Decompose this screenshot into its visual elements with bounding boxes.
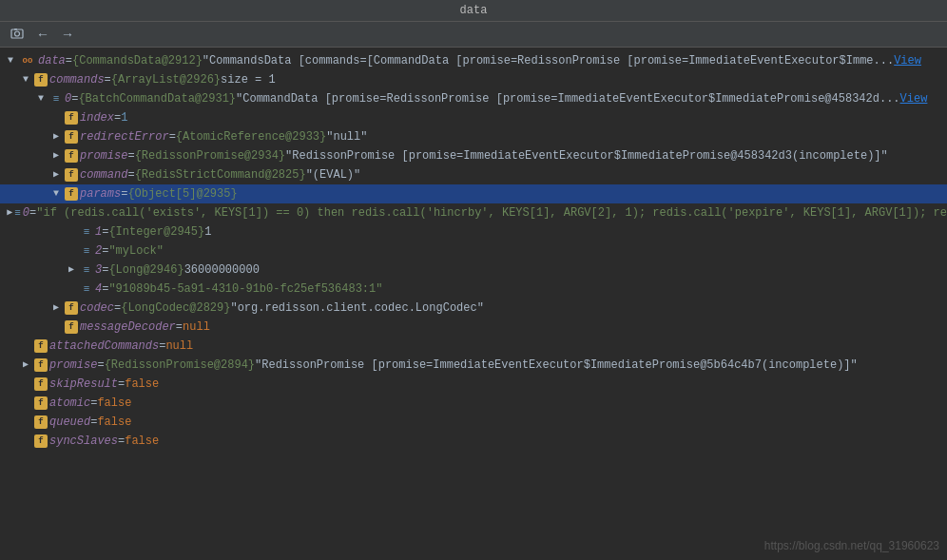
tree-row[interactable]: f promise = {RedissonPromise@2894} "Redi… bbox=[0, 356, 947, 375]
var-eq: = bbox=[159, 338, 165, 355]
field-icon: f bbox=[34, 415, 48, 429]
var-name: redirectError bbox=[80, 128, 169, 145]
var-eq: = bbox=[29, 204, 36, 222]
var-eq: = bbox=[90, 395, 97, 412]
var-ref: {AtomicReference@2933} bbox=[176, 128, 326, 145]
array-icon: ≡ bbox=[80, 225, 93, 239]
tree-indent bbox=[0, 90, 34, 107]
var-name: 0 bbox=[65, 90, 71, 107]
tree-toggle[interactable] bbox=[65, 261, 78, 279]
var-name: syncSlaves bbox=[49, 433, 118, 450]
tree-indent bbox=[0, 338, 19, 355]
tree-toggle[interactable] bbox=[49, 299, 63, 317]
tree-row[interactable]: f codec = {LongCodec@2829} "org.redisson… bbox=[0, 299, 947, 318]
field-icon: f bbox=[34, 396, 48, 410]
tree-row[interactable]: ≡ 2 = "myLock" bbox=[0, 241, 947, 261]
var-eq: = bbox=[102, 261, 108, 279]
var-ref: {ArrayList@2926} bbox=[111, 71, 221, 88]
tree-toggle[interactable] bbox=[34, 90, 48, 107]
var-ref: "if (redis.call('exists', KEYS[1]) == 0)… bbox=[36, 204, 947, 222]
watermark: https://blog.csdn.net/qq_31960623 bbox=[764, 539, 939, 552]
var-eq: = bbox=[118, 376, 125, 393]
var-name: codec bbox=[80, 299, 114, 317]
var-eq: = bbox=[114, 109, 121, 126]
var-name: command bbox=[80, 166, 127, 183]
tree-row[interactable]: ≡ 3 = {Long@2946} 36000000000 bbox=[0, 261, 947, 280]
var-desc: size = 1 bbox=[221, 71, 276, 88]
tree-toggle[interactable] bbox=[19, 71, 32, 88]
field-icon: f bbox=[34, 377, 48, 391]
toolbar: ← → bbox=[0, 22, 947, 48]
var-eq: = bbox=[127, 166, 134, 183]
tree-toggle[interactable] bbox=[49, 166, 63, 183]
var-desc: "CommandsData [commands=[CommandData [pr… bbox=[203, 52, 894, 69]
tree-row[interactable]: ≡ 1 = {Integer@2945} 1 bbox=[0, 222, 947, 241]
tree-row[interactable]: f params = {Object[5]@2935} bbox=[0, 184, 947, 203]
tree-indent bbox=[0, 357, 19, 374]
var-ref: {Long@2946} bbox=[108, 261, 184, 279]
var-ref: 1 bbox=[121, 109, 127, 126]
var-ref: false bbox=[125, 376, 159, 393]
window-title: data bbox=[460, 4, 488, 17]
back-nav-button[interactable]: ← bbox=[32, 25, 53, 44]
tree-row[interactable]: ≡ 0 = {BatchCommandData@2931} "CommandDa… bbox=[0, 89, 947, 108]
var-ref: {LongCodec@2829} bbox=[121, 299, 230, 317]
var-eq: = bbox=[66, 52, 72, 69]
tree-toggle[interactable] bbox=[49, 185, 63, 203]
tree-row[interactable]: f redirectError = {AtomicReference@2933}… bbox=[0, 127, 947, 146]
var-desc: "null" bbox=[326, 128, 367, 145]
tree-row[interactable]: f index = 1 bbox=[0, 108, 947, 127]
tree-indent bbox=[0, 414, 19, 431]
var-desc: "(EVAL)" bbox=[306, 166, 361, 183]
tree-indent bbox=[0, 433, 19, 450]
tree-row[interactable]: f atomic = false bbox=[0, 394, 947, 413]
view-link[interactable]: View bbox=[894, 52, 921, 69]
svg-rect-2 bbox=[14, 29, 17, 30]
var-eq: = bbox=[121, 185, 127, 203]
var-ref: {Integer@2945} bbox=[108, 223, 204, 241]
var-name: attachedCommands bbox=[49, 338, 159, 355]
var-eq: = bbox=[102, 242, 108, 260]
field-icon: f bbox=[65, 301, 78, 315]
svg-rect-0 bbox=[11, 29, 23, 38]
field-icon: f bbox=[65, 130, 78, 144]
var-name: commands bbox=[49, 71, 105, 88]
var-ref: null bbox=[165, 338, 193, 355]
tree-row[interactable]: ≡ 4 = "91089b45-5a91-4310-91b0-fc25ef536… bbox=[0, 280, 947, 299]
var-name: params bbox=[80, 185, 121, 203]
var-eq: = bbox=[102, 223, 108, 241]
var-ref: "myLock" bbox=[108, 242, 164, 260]
field-icon: f bbox=[65, 149, 78, 163]
var-name: 3 bbox=[95, 261, 102, 279]
tree-toggle[interactable] bbox=[49, 147, 63, 164]
tree-toggle[interactable] bbox=[7, 204, 12, 222]
view-link[interactable]: View bbox=[900, 90, 928, 107]
tree-toggle[interactable] bbox=[4, 52, 17, 69]
var-ref: false bbox=[97, 395, 131, 412]
tree-row[interactable]: f promise = {RedissonPromise@2934} "Redi… bbox=[0, 146, 947, 165]
var-eq: = bbox=[71, 90, 78, 107]
field-icon: f bbox=[34, 434, 48, 448]
tree-row[interactable]: f commands = {ArrayList@2926} size = 1 bbox=[0, 70, 947, 89]
var-ref: false bbox=[125, 433, 159, 450]
tree-row[interactable]: oo data = {CommandsData@2912} "CommandsD… bbox=[0, 51, 947, 70]
var-eq: = bbox=[105, 71, 111, 88]
var-ref: {RedissonPromise@2934} bbox=[135, 147, 285, 164]
tree-row[interactable]: f skipResult = false bbox=[0, 375, 947, 394]
tree-indent bbox=[0, 319, 49, 336]
tree-row[interactable]: f attachedCommands = null bbox=[0, 337, 947, 356]
tree-indent bbox=[0, 299, 49, 317]
tree-row[interactable]: f queued = false bbox=[0, 413, 947, 432]
tree-row[interactable]: f command = {RedisStrictCommand@2825} "(… bbox=[0, 165, 947, 184]
forward-nav-button[interactable]: → bbox=[57, 25, 78, 44]
tree-indent bbox=[0, 242, 65, 260]
tree-row[interactable]: f messageDecoder = null bbox=[0, 318, 947, 337]
tree-indent bbox=[0, 204, 7, 222]
back-button[interactable] bbox=[6, 25, 29, 44]
tree-toggle[interactable] bbox=[49, 128, 63, 145]
tree-toggle[interactable] bbox=[19, 357, 32, 374]
svg-point-1 bbox=[15, 31, 20, 36]
tree-row[interactable]: f syncSlaves = false bbox=[0, 432, 947, 451]
tree-row[interactable]: ≡ 0 = "if (redis.call('exists', KEYS[1])… bbox=[0, 203, 947, 222]
var-name: skipResult bbox=[49, 376, 118, 393]
